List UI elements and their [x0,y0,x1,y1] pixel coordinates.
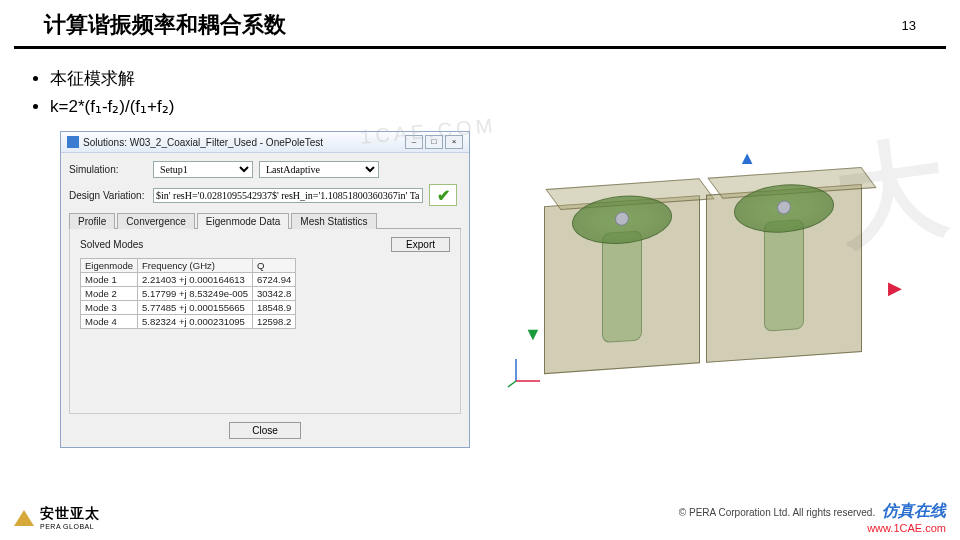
tab-strip: Profile Convergence Eigenmode Data Mesh … [69,212,461,229]
close-button[interactable]: Close [229,422,301,439]
brand-text: 仿真在线 [882,502,946,519]
logo-text-en: PERA GLOBAL [40,523,100,530]
bullet-list: 本征模求解 k=2*(f₁-f₂)/(f₁+f₂) [50,67,960,117]
col-q[interactable]: Q [252,259,295,273]
brand-url: www.1CAE.com [679,522,946,534]
page-title: 计算谐振频率和耦合系数 [44,10,286,40]
page-number: 13 [902,18,916,33]
footer-logo: 安世亚太 PERA GLOBAL [14,505,100,530]
tab-mesh-statistics[interactable]: Mesh Statistics [291,213,376,229]
col-eigenmode[interactable]: Eigenmode [81,259,138,273]
table-row: Mode 25.17799 +j 8.53249e-00530342.8 [81,287,296,301]
axis-triad-icon [506,353,546,389]
dialog-titlebar[interactable]: Solutions: W03_2_Coaxial_Filter_Used - O… [61,132,469,153]
copyright-text: © PERA Corporation Ltd. All rights reser… [679,507,875,518]
bullet-eigenmode: 本征模求解 [50,67,960,90]
axis-z-arrow-icon: ▲ [738,149,756,167]
bullet-formula: k=2*(f₁-f₂)/(f₁+f₂) [50,96,960,117]
logo-text-cn: 安世亚太 [40,505,100,521]
apply-button[interactable]: ✔ [429,184,457,206]
table-row: Mode 35.77485 +j 0.00015566518548.9 [81,301,296,315]
minimize-icon[interactable]: – [405,135,423,149]
axis-y-arrow-icon: ▼ [524,325,542,343]
svg-line-2 [508,381,516,387]
design-variation-input[interactable] [153,188,423,203]
table-row: Mode 45.82324 +j 0.00023109512598.2 [81,315,296,329]
col-frequency[interactable]: Frequency (GHz) [138,259,253,273]
cavity-right [706,184,862,363]
modes-table: Eigenmode Frequency (GHz) Q Mode 12.2140… [80,258,296,329]
logo-triangle-icon [14,510,34,526]
adaptive-select[interactable]: LastAdaptive [259,161,379,178]
app-icon [67,136,79,148]
tab-profile[interactable]: Profile [69,213,115,229]
simulation-label: Simulation: [69,164,147,175]
close-icon[interactable]: × [445,135,463,149]
export-button[interactable]: Export [391,237,450,252]
model-viewport[interactable]: ▲ ▶ ▼ [500,151,890,391]
tab-convergence[interactable]: Convergence [117,213,194,229]
modes-tbody: Mode 12.21403 +j 0.0001646136724.94 Mode… [81,273,296,329]
solutions-dialog: Solutions: W03_2_Coaxial_Filter_Used - O… [60,131,470,448]
design-variation-label: Design Variation: [69,190,147,201]
solved-modes-label: Solved Modes [80,239,143,250]
tab-eigenmode-data[interactable]: Eigenmode Data [197,213,290,229]
cavity-left [544,195,700,374]
axis-x-arrow-icon: ▶ [888,279,902,297]
maximize-icon[interactable]: □ [425,135,443,149]
dialog-title-text: Solutions: W03_2_Coaxial_Filter_Used - O… [83,137,323,148]
simulation-select[interactable]: Setup1 [153,161,253,178]
table-row: Mode 12.21403 +j 0.0001646136724.94 [81,273,296,287]
